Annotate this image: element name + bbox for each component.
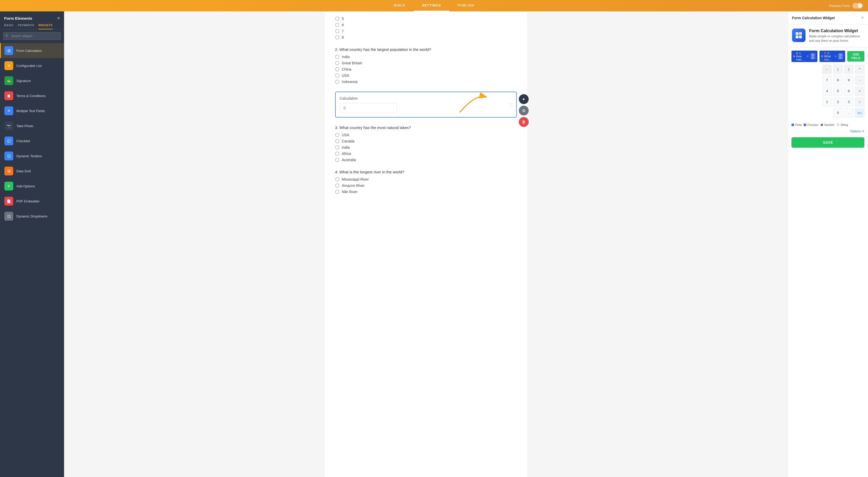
search-input[interactable] [3,32,61,40]
radio-great-britain[interactable] [335,61,339,65]
radio-nile[interactable] [335,190,339,194]
tab-build[interactable]: BUILD [385,0,414,11]
widget-item-data-grid[interactable]: ⊞ Data Grid [0,163,64,179]
pad-3-button[interactable]: 3 [844,97,854,107]
pad-6-button[interactable]: 6 [844,86,854,96]
radio-africa[interactable] [335,152,339,156]
pad-0-button[interactable]: 0 [833,108,843,118]
pad-plus-button[interactable]: + [855,86,864,96]
field-chip-1[interactable]: 4. 1. How man... ▼ 0-9 [792,51,817,62]
pad-open-paren-button[interactable]: ( [833,65,843,74]
widget-icon-checklist: ☑ [4,137,13,145]
pad-multiply-button[interactable]: * [855,65,864,74]
pad-decimal-button[interactable]: . [844,108,854,118]
radio-india[interactable] [335,55,339,59]
sidebar-tabs: BASIC PAYMENTS WIDGETS [0,24,64,30]
radio-usa-q2[interactable] [335,73,339,78]
widget-label-checklist: Checklist [17,139,30,143]
right-panel-title: Form Calculation Widget [792,16,835,20]
calc-widget-wrapper: Calculation ::: ✦ ⚙ 🗑 [335,92,517,118]
option-india-q3: India [335,145,517,149]
settings-button[interactable]: ⚙ [519,106,529,116]
pad-function-button[interactable]: f(x) [855,108,864,118]
radio-8[interactable] [335,35,339,39]
top-nav: BUILD SETTINGS PUBLISH Preview Form [0,0,868,11]
pad-2-button[interactable]: 2 [833,97,843,107]
question-text-q2: 2. What country has the largest populati… [335,47,517,52]
svg-rect-3 [796,35,799,38]
preview-area: Preview Form [829,3,863,8]
option-usa-q2: USA [335,73,517,78]
widget-item-multiple-text[interactable]: ≡ Multiple Text Fields [0,103,64,118]
legend-number: Number [820,123,835,126]
legend-label-field: Field [795,123,802,126]
pad-4-button[interactable]: 4 [823,86,832,96]
pad-divide-button[interactable]: / [855,97,864,107]
widget-item-configurable-list[interactable]: ≡ Configurable List [0,58,64,73]
add-field-button[interactable]: ADD FIELD [847,51,864,61]
drag-handle: ::: [509,102,514,108]
pad-9-button[interactable]: 9 [844,76,854,85]
option-indonesia: Indonesia [335,80,517,84]
preview-toggle[interactable] [852,3,863,8]
pad-7-button[interactable]: 7 [823,76,832,85]
radio-indonesia[interactable] [335,80,339,84]
calc-value-input[interactable] [340,103,397,113]
radio-6[interactable] [335,23,339,27]
right-panel-header: Form Calculation Widget × [788,11,868,24]
tab-settings[interactable]: SETTINGS [414,0,449,11]
svg-text:×: × [800,33,801,35]
pad-5-button[interactable]: 5 [833,86,843,96]
widget-label-take-photo: Take Photo [17,124,33,128]
tab-basic[interactable]: BASIC [4,24,14,29]
radio-amazon[interactable] [335,183,339,188]
widget-item-add-options[interactable]: + Add Options [0,179,64,193]
field-chip-2[interactable]: 7. 3. What cou... ▼ 0-9 [819,51,845,62]
widget-item-terms-conditions[interactable]: 📋 Terms & Conditions [0,88,64,103]
pad-8-button[interactable]: 8 [833,76,843,85]
radio-usa-q3[interactable] [335,133,339,137]
widget-item-signature[interactable]: ✍ Signature [0,73,64,88]
chevron-icon-2: ▼ [834,55,837,58]
widget-label-data-grid: Data Grid [17,169,31,173]
radio-china[interactable] [335,67,339,71]
options-link[interactable]: Options ✦ [788,128,868,135]
widget-item-checklist[interactable]: ☑ Checklist [0,133,64,148]
field-chips-row: 4. 1. How man... ▼ 0-9 7. 3. What cou...… [788,48,868,62]
tab-payments[interactable]: PAYMENTS [18,24,34,29]
widget-label-signature: Signature [17,79,31,83]
legend-string: String [837,123,848,126]
radio-australia[interactable] [335,158,339,162]
calc-pad-row-3: 4 5 6 + [792,86,864,96]
magic-wand-button[interactable]: ✦ [519,94,529,104]
radio-india-q3[interactable] [335,145,339,149]
right-panel-close-button[interactable]: × [861,15,864,21]
option-5: 5 [335,17,517,21]
pad-back-button[interactable]: ← [823,65,832,74]
radio-canada[interactable] [335,139,339,143]
option-7: 7 [335,29,517,33]
widget-item-form-calculation[interactable]: ⊞ Form Calculation [0,43,64,58]
tab-publish[interactable]: PUBLISH [449,0,483,11]
widget-icon-configurable-list: ≡ [4,61,13,70]
widget-item-dynamic-dropdowns[interactable]: ⊡ Dynamic Dropdowns [0,209,64,224]
tab-widgets[interactable]: WIDGETS [38,24,53,29]
widget-item-pdf-embedder[interactable]: 📄 PDF Embedder [0,193,64,209]
legend-function: Function [804,123,818,126]
sidebar-close-button[interactable]: × [57,16,60,21]
radio-mississippi[interactable] [335,177,339,181]
pad-1-button[interactable]: 1 [823,97,832,107]
radio-7[interactable] [335,29,339,33]
widget-item-take-photo[interactable]: 📷 Take Photo [0,118,64,133]
option-china: China [335,67,517,71]
field-chip-label-2: 7. 3. What cou... [824,52,833,61]
pad-minus-button[interactable]: - [855,76,864,85]
question-block-q1: 5 6 7 8 [335,17,517,39]
widget-icon-signature: ✍ [4,76,13,85]
widget-item-dynamic-textbox[interactable]: ⊡ Dynamic Textbox [0,148,64,163]
pad-close-paren-button[interactable]: ) [844,65,854,74]
field-chip-badge-2: 0-9 [838,53,843,59]
radio-5[interactable] [335,17,339,21]
delete-button[interactable]: 🗑 [519,117,529,127]
save-button[interactable]: SAVE [792,137,864,148]
